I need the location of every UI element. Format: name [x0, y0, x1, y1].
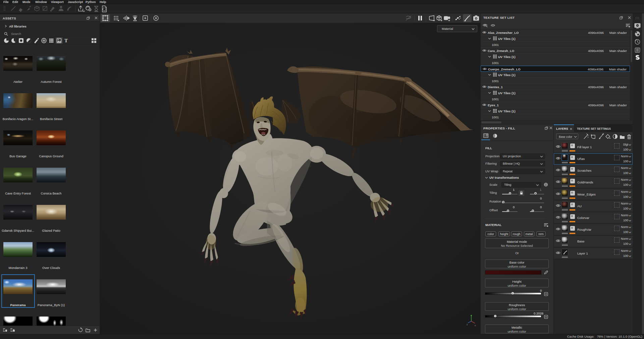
svg-text:x: x [475, 324, 476, 327]
svg-text:z: z [467, 323, 468, 326]
svg-text:T: T [64, 38, 68, 43]
